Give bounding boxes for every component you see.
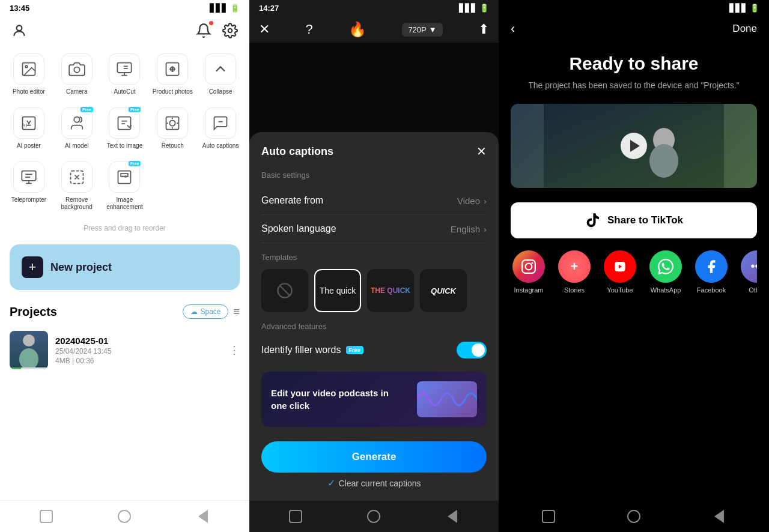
tool-product-photos-label: Product photos: [153, 88, 193, 95]
svg-text:AI: AI: [22, 122, 27, 128]
nav-square-p3[interactable]: [540, 508, 557, 525]
space-button[interactable]: ☁ Space: [183, 304, 228, 319]
tool-retouch[interactable]: Retouch: [148, 101, 196, 156]
tool-teleprompter[interactable]: Teleprompter: [5, 156, 53, 217]
projects-title: Projects: [10, 305, 57, 319]
modal-header: Auto captions ✕: [261, 144, 487, 159]
tiktok-share-button[interactable]: Share to TikTok: [511, 202, 757, 238]
platform-instagram[interactable]: Instagram: [511, 250, 547, 294]
tool-ai-model[interactable]: Free AI model: [53, 101, 101, 156]
free-tag-filler: Free: [346, 346, 363, 354]
back-chevron-icon[interactable]: ‹: [511, 21, 515, 37]
facebook-label: Facebook: [697, 286, 726, 294]
tool-collapse[interactable]: Collapse: [196, 47, 245, 101]
bell-icon[interactable]: [194, 21, 213, 40]
projects-header: Projects ☁ Space ≡: [10, 304, 240, 319]
template-none[interactable]: [261, 269, 308, 312]
tool-auto-captions-label: Auto captions: [202, 142, 239, 150]
close-icon-p2[interactable]: ✕: [259, 22, 270, 37]
quality-label: 720P: [408, 25, 426, 34]
filler-words-row: Identify filler words Free: [261, 336, 487, 364]
space-label: Space: [200, 307, 220, 316]
podcast-banner[interactable]: Edit your video podcasts in one click: [261, 372, 487, 427]
stories-icon: +: [558, 250, 591, 283]
templates-section: Templates The quick THE: [261, 253, 487, 312]
svg-rect-30: [522, 260, 535, 273]
ready-title: Ready to share: [511, 53, 757, 74]
tool-remove-bg-label: Remove background: [55, 196, 99, 211]
modal-close-button[interactable]: ✕: [476, 144, 487, 159]
generate-from-row[interactable]: Generate from Video ›: [261, 187, 487, 215]
nav-back-p1[interactable]: [195, 508, 211, 525]
platform-other[interactable]: ••• Other: [739, 250, 757, 294]
svg-point-23: [23, 334, 35, 346]
user-icon[interactable]: [10, 21, 29, 40]
tool-auto-captions[interactable]: Auto captions: [196, 101, 245, 156]
other-label: Other: [749, 286, 757, 294]
top-nav-p1: [0, 16, 249, 45]
spoken-language-label: Spoken language: [261, 223, 336, 234]
platform-facebook[interactable]: Facebook: [693, 250, 729, 294]
tool-camera[interactable]: Camera: [53, 47, 101, 101]
upload-icon-p2[interactable]: ⬆: [478, 22, 489, 37]
tool-autocut[interactable]: AutoCut: [101, 47, 149, 101]
tiktok-logo-icon: [585, 212, 601, 229]
template-quick-bold[interactable]: QUICK: [420, 269, 467, 312]
free-badge-ai-model: Free: [81, 107, 93, 112]
basic-settings-label: Basic settings: [261, 171, 487, 180]
sort-icon[interactable]: ≡: [233, 306, 240, 318]
template-quick-text: The quick: [320, 286, 356, 295]
projects-section: Projects ☁ Space ≡: [0, 297, 249, 500]
tool-ai-poster[interactable]: AI AI poster: [5, 101, 53, 156]
tool-retouch-label: Retouch: [162, 142, 184, 150]
free-badge-img-enhance: Free: [129, 161, 141, 166]
project-more-icon[interactable]: ⋮: [229, 343, 240, 357]
clear-captions-row[interactable]: ✓ Clear current captions: [261, 477, 487, 489]
nav-circle-p3[interactable]: [625, 508, 642, 525]
settings-icon[interactable]: [220, 21, 240, 40]
play-button[interactable]: [621, 133, 647, 159]
tool-photo-editor[interactable]: Photo editor: [5, 47, 53, 101]
nav-back-p3[interactable]: [711, 508, 728, 525]
platform-stories[interactable]: + Stories: [556, 250, 592, 294]
battery-p3: 🔋: [750, 4, 759, 13]
chevron-right-icon: ›: [484, 196, 487, 206]
tiktok-share-label: Share to TikTok: [607, 214, 683, 226]
stories-label: Stories: [564, 286, 585, 294]
quality-badge[interactable]: 720P ▼: [402, 23, 442, 37]
svg-point-1: [228, 29, 233, 33]
svg-point-3: [25, 65, 28, 68]
template-the-quick[interactable]: The quick: [314, 269, 361, 312]
tool-product-photos[interactable]: Product photos: [148, 47, 196, 101]
tool-image-enhancement[interactable]: Free HD Image enhancement: [101, 156, 149, 217]
templates-row: The quick THE QUICK QUICK: [261, 269, 487, 312]
spoken-language-value: English ›: [451, 224, 487, 234]
project-item[interactable]: 20240425-01 25/04/2024 13:45 4MB | 00:36…: [10, 326, 240, 374]
nav-circle-p2[interactable]: [365, 508, 382, 525]
cloud-icon: ☁: [190, 307, 198, 316]
done-button[interactable]: Done: [732, 23, 757, 35]
tool-remove-bg[interactable]: Remove background: [53, 156, 101, 217]
svg-line-26: [280, 286, 290, 295]
new-project-button[interactable]: + New project: [10, 244, 240, 290]
share-platforms: Instagram + Stories YouTube: [511, 250, 757, 296]
youtube-label: YouTube: [607, 286, 633, 294]
nav-square-p1[interactable]: [38, 508, 55, 525]
nav-circle-p1[interactable]: [116, 508, 133, 525]
tool-ai-model-label: AI model: [65, 142, 88, 150]
platform-youtube[interactable]: YouTube: [602, 250, 638, 294]
svg-rect-15: [22, 171, 35, 181]
template-the-quick-gradient[interactable]: THE QUICK: [367, 269, 414, 312]
modal-title: Auto captions: [261, 145, 333, 158]
play-triangle-icon: [630, 140, 640, 152]
spoken-language-row[interactable]: Spoken language English ›: [261, 215, 487, 243]
nav-back-p2[interactable]: [444, 508, 461, 525]
platform-whatsapp[interactable]: WhatsApp: [648, 250, 684, 294]
generate-button[interactable]: Generate: [261, 441, 487, 473]
tool-text-to-image[interactable]: Free Text to image: [101, 101, 149, 156]
filler-words-toggle[interactable]: [457, 342, 487, 358]
signal-p2: ▋▋▋: [459, 4, 477, 13]
left-phone-panel: 13:45 ▋▋▋ 🔋: [0, 0, 249, 532]
help-icon-p2[interactable]: ?: [305, 22, 312, 37]
nav-square-p2[interactable]: [287, 508, 304, 525]
